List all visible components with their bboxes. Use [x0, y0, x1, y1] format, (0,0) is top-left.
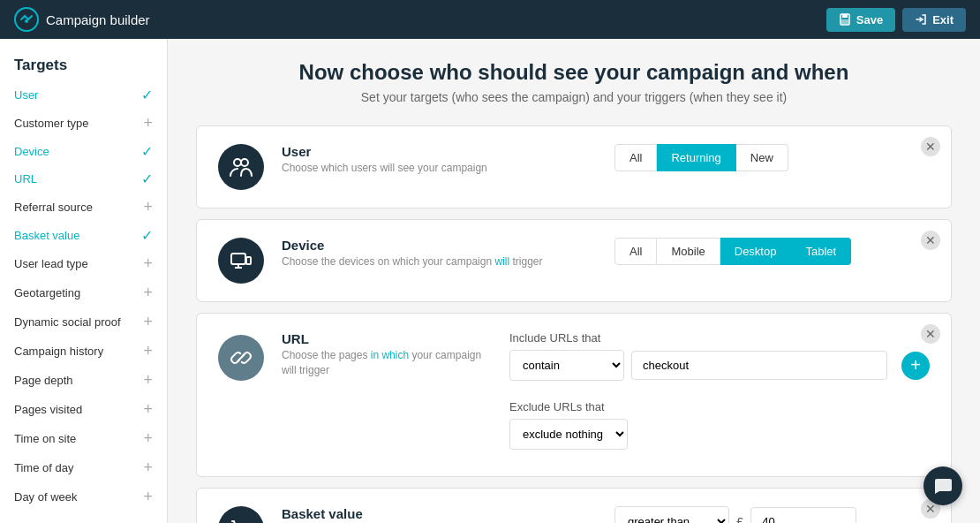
device-option-desktop[interactable]: Desktop [720, 238, 792, 265]
device-card-close-button[interactable]: ✕ [921, 231, 940, 250]
device-option-tablet[interactable]: Tablet [791, 238, 851, 265]
header-brand: Campaign builder [14, 7, 150, 32]
save-label: Save [856, 13, 883, 27]
close-icon: ✕ [925, 502, 936, 516]
user-option-returning[interactable]: Returning [657, 144, 735, 171]
exclude-urls-section: Exclude URLs that exclude nothing contai… [509, 400, 930, 459]
sidebar-item-day-of-week[interactable]: Day of week + [0, 482, 167, 512]
page-depth-plus-icon: + [143, 371, 153, 390]
device-card-icon [218, 238, 264, 284]
save-icon [839, 13, 851, 26]
sidebar-item-device[interactable]: Device ✓ [0, 138, 167, 165]
sidebar-item-customer-type-label: Customer type [14, 117, 89, 130]
link-icon [229, 345, 253, 370]
basket-condition-select[interactable]: greater than less than equals between [614, 506, 729, 523]
add-url-button[interactable]: + [901, 352, 930, 380]
basket-value-input[interactable] [750, 507, 856, 523]
basket-card-controls: greater than less than equals between £ [614, 506, 930, 523]
time-of-day-plus-icon: + [143, 459, 153, 477]
sidebar-item-customer-type[interactable]: Customer type + [0, 109, 167, 138]
sidebar-item-user-label: User [14, 88, 38, 102]
header-actions: Save Exit [826, 8, 966, 32]
campaign-history-plus-icon: + [143, 342, 153, 360]
svg-rect-3 [842, 14, 848, 18]
user-check-icon: ✓ [141, 87, 153, 103]
exclude-condition-select[interactable]: exclude nothing contain do not contain [509, 419, 628, 450]
main-subtitle: Set your targets (who sees the campaign)… [196, 90, 952, 104]
exit-button[interactable]: Exit [902, 8, 966, 32]
sidebar-item-time-of-day[interactable]: Time of day + [0, 453, 167, 482]
basket-card: Basket value Choose the basket value of … [196, 488, 952, 523]
basket-card-icon [218, 506, 264, 523]
users-icon [229, 155, 253, 179]
url-check-icon: ✓ [141, 171, 153, 187]
include-url-input[interactable] [631, 351, 887, 380]
sidebar-divider [0, 512, 167, 523]
device-option-all[interactable]: All [614, 238, 657, 265]
plus-icon: + [910, 355, 921, 375]
url-desc-highlight: in which [371, 349, 409, 361]
sidebar-item-geotargeting-label: Geotargeting [14, 286, 80, 299]
svg-line-12 [238, 355, 245, 361]
chat-icon [933, 476, 953, 496]
sidebar-item-url-label: URL [14, 172, 37, 186]
device-icon [229, 248, 253, 273]
basket-row: greater than less than equals between £ [614, 506, 930, 523]
sidebar-item-user-lead-type-label: User lead type [14, 257, 88, 270]
device-check-icon: ✓ [141, 143, 153, 160]
sidebar-item-dynamic-social-proof-label: Dynamic social proof [14, 315, 121, 329]
device-card-title: Device [282, 238, 597, 253]
user-card-close-button[interactable]: ✕ [921, 137, 940, 156]
user-card: User Choose which users will see your ca… [196, 125, 952, 208]
include-condition-select[interactable]: contain do not contain equals starts wit… [509, 350, 624, 381]
sidebar-item-pages-visited[interactable]: Pages visited + [0, 395, 167, 424]
sidebar-item-dynamic-social-proof[interactable]: Dynamic social proof + [0, 307, 167, 337]
sidebar-item-url[interactable]: URL ✓ [0, 165, 167, 193]
sidebar-item-geotargeting[interactable]: Geotargeting + [0, 278, 167, 307]
user-option-new[interactable]: New [736, 144, 788, 171]
sidebar-item-user-lead-type[interactable]: User lead type + [0, 249, 167, 278]
currency-symbol: £ [736, 514, 743, 523]
sidebar-item-campaign-history[interactable]: Campaign history + [0, 337, 167, 366]
url-card-desc: Choose the pages in which your campaign … [282, 348, 492, 378]
url-card-close-button[interactable]: ✕ [921, 324, 940, 344]
sidebar-item-pages-visited-label: Pages visited [14, 403, 82, 416]
dynamic-social-plus-icon: + [143, 313, 153, 331]
sidebar-item-basket-value-label: Basket value [14, 229, 79, 242]
device-card-body: Device Choose the devices on which your … [282, 238, 597, 269]
sidebar: Targets User ✓ Customer type + Device ✓ … [0, 39, 168, 523]
save-button[interactable]: Save [826, 8, 895, 32]
sidebar-item-user[interactable]: User ✓ [0, 81, 167, 109]
basket-card-title: Basket value [282, 506, 597, 521]
app-title: Campaign builder [46, 12, 150, 27]
url-card: URL Choose the pages in which your campa… [196, 313, 952, 477]
include-urls-label: Include URLs that [509, 331, 930, 345]
main-title: Now choose who should see your campaign … [196, 60, 952, 85]
sidebar-item-basket-value[interactable]: Basket value ✓ [0, 222, 167, 249]
svg-point-6 [241, 159, 248, 166]
user-card-icon [218, 144, 264, 190]
device-card-desc: Choose the devices on which your campaig… [282, 254, 597, 269]
user-card-controls: All Returning New [614, 144, 930, 171]
targets-section-title: Targets [0, 53, 167, 81]
sidebar-item-referral-source[interactable]: Referral source + [0, 193, 167, 222]
include-urls-section: Include URLs that contain do not contain… [509, 331, 930, 390]
close-icon: ✕ [925, 233, 936, 247]
device-card: Device Choose the devices on which your … [196, 219, 952, 302]
user-lead-plus-icon: + [143, 254, 153, 273]
sidebar-item-time-on-site[interactable]: Time on site + [0, 424, 167, 453]
exit-label: Exit [932, 13, 954, 27]
url-card-title: URL [282, 331, 492, 346]
sidebar-item-page-depth[interactable]: Page depth + [0, 366, 167, 395]
device-card-controls: All Mobile Desktop Tablet [614, 238, 930, 265]
sidebar-item-referral-source-label: Referral source [14, 201, 93, 214]
sidebar-item-page-depth-label: Page depth [14, 374, 73, 387]
device-option-mobile[interactable]: Mobile [657, 238, 720, 265]
sidebar-item-time-of-day-label: Time of day [14, 461, 73, 474]
sidebar-item-day-of-week-label: Day of week [14, 490, 78, 504]
sidebar-item-time-on-site-label: Time on site [14, 432, 76, 445]
user-option-all[interactable]: All [614, 144, 657, 171]
exit-icon [915, 13, 927, 26]
chat-bubble-button[interactable] [923, 466, 962, 505]
close-icon: ✕ [925, 327, 936, 341]
